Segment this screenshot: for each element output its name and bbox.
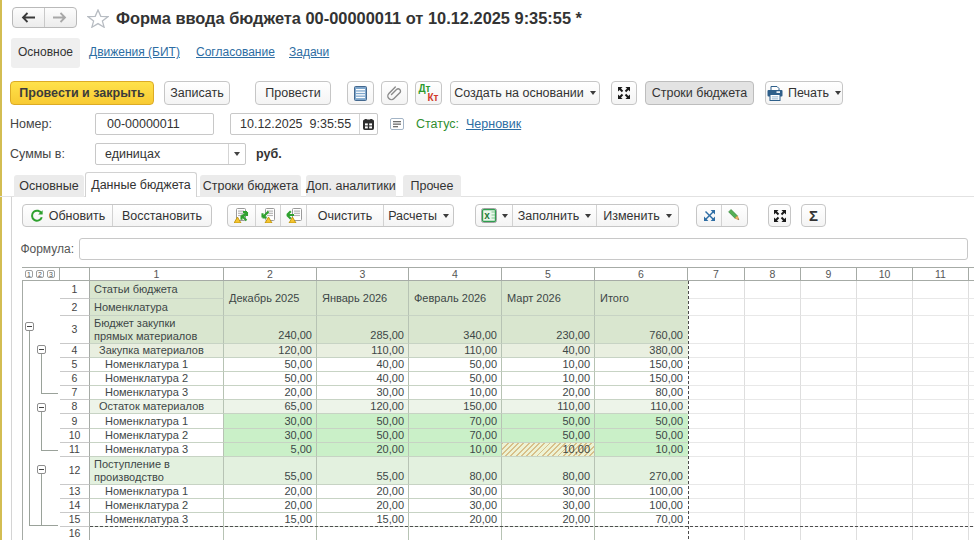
svg-text:x: x: [484, 210, 490, 221]
